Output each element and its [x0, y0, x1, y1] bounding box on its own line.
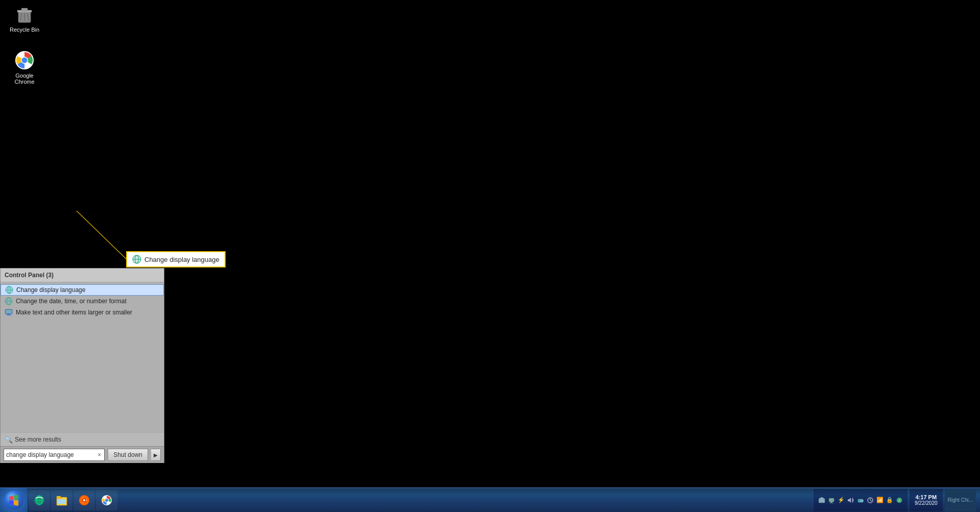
- tray-icon-7[interactable]: 🔒: [886, 496, 894, 504]
- svg-rect-19: [7, 314, 10, 315]
- taskbar-app-ie[interactable]: [29, 490, 50, 510]
- start-menu-panel: Control Panel (3) Change display languag…: [0, 268, 164, 463]
- chrome-taskbar-icon: [101, 494, 113, 506]
- tray-icon-8[interactable]: ✓: [895, 496, 903, 504]
- svg-rect-48: [863, 500, 864, 501]
- svg-text:✓: ✓: [898, 499, 901, 502]
- svg-point-40: [105, 499, 108, 502]
- see-more-results[interactable]: 🔍 See more results: [1, 432, 164, 446]
- recycle-bin-label: Recycle Bin: [10, 27, 39, 33]
- svg-rect-41: [819, 499, 825, 503]
- recycle-bin-icon: [14, 4, 35, 25]
- svg-point-17: [5, 298, 12, 305]
- tray-icon-1[interactable]: [818, 496, 826, 504]
- svg-point-8: [22, 58, 28, 63]
- svg-rect-45: [829, 503, 834, 503]
- taskbar-apps: [28, 488, 118, 512]
- taskbar-app-explorer[interactable]: [51, 490, 72, 510]
- svg-point-37: [83, 499, 85, 501]
- taskbar-right: ⚡: [814, 488, 980, 512]
- start-panel-footer: × Shut down ▶: [1, 446, 164, 463]
- tray-icon-3[interactable]: ⚡: [837, 496, 845, 504]
- svg-rect-20: [6, 315, 11, 315]
- globe-icon-2: [5, 297, 13, 305]
- tray-icon-2[interactable]: [827, 496, 836, 504]
- search-input-container: ×: [4, 449, 105, 461]
- result-item-1-label: Change display language: [16, 286, 85, 294]
- tooltip-change-display-language: Change display language: [126, 251, 226, 267]
- svg-marker-42: [819, 497, 825, 499]
- taskbar-app-media[interactable]: [74, 490, 95, 510]
- result-item-3-label: Make text and other items larger or smal…: [16, 309, 132, 316]
- search-clear-button[interactable]: ×: [96, 451, 102, 458]
- desktop-icon-recycle-bin[interactable]: Recycle Bin: [4, 2, 45, 35]
- right-corner-label[interactable]: Right Chi...: [945, 489, 976, 511]
- google-chrome-icon: [14, 50, 35, 70]
- tooltip-label: Change display language: [144, 256, 219, 263]
- svg-rect-44: [830, 502, 832, 503]
- shutdown-arrow-button[interactable]: ▶: [151, 449, 161, 461]
- taskbar-app-chrome[interactable]: [96, 490, 117, 510]
- svg-marker-46: [848, 498, 851, 503]
- clock[interactable]: 4:17 PM 9/22/2020: [910, 489, 943, 511]
- result-item-make-text-larger[interactable]: Make text and other items larger or smal…: [1, 307, 164, 318]
- result-item-change-display-language[interactable]: Change display language: [1, 284, 164, 296]
- system-tray: ⚡: [814, 489, 908, 511]
- tray-icon-5[interactable]: [866, 496, 874, 504]
- svg-rect-21: [6, 310, 12, 313]
- magnifier-icon: 🔍: [5, 436, 12, 443]
- shutdown-button[interactable]: Shut down: [108, 449, 148, 461]
- explorer-icon: [56, 494, 68, 506]
- windows-logo-icon: [8, 495, 19, 506]
- tray-icon-6[interactable]: 📶: [876, 496, 884, 504]
- start-panel-results: Change display language Change the date,…: [1, 282, 164, 320]
- desktop-icon-google-chrome[interactable]: Google Chrome: [4, 48, 45, 87]
- svg-point-13: [6, 286, 13, 294]
- result-item-2-label: Change the date, time, or number format: [16, 298, 127, 305]
- google-chrome-label: Google Chrome: [6, 72, 43, 85]
- desktop: Recycle Bin Google Chrome Control Panel …: [0, 0, 980, 487]
- media-player-icon: [78, 494, 90, 506]
- svg-rect-2: [21, 8, 28, 11]
- svg-line-52: [870, 500, 872, 501]
- ie-icon: [33, 494, 45, 506]
- tooltip-globe-icon: [132, 255, 141, 264]
- svg-line-25: [77, 211, 127, 259]
- svg-rect-43: [829, 498, 834, 502]
- start-orb: [4, 491, 23, 510]
- see-more-label: See more results: [15, 436, 61, 443]
- svg-rect-49: [859, 500, 860, 502]
- clock-date: 9/22/2020: [915, 500, 938, 506]
- clock-time: 4:17 PM: [915, 494, 937, 500]
- start-button[interactable]: [0, 488, 28, 513]
- globe-icon-1: [5, 286, 13, 294]
- result-item-change-date-time[interactable]: Change the date, time, or number format: [1, 296, 164, 307]
- display-icon: [5, 308, 13, 316]
- start-panel-empty-area: [1, 320, 164, 432]
- svg-rect-33: [58, 499, 66, 504]
- taskbar: ⚡: [0, 487, 980, 512]
- tray-icon-speaker[interactable]: [847, 496, 855, 504]
- start-panel-header: Control Panel (3): [1, 269, 164, 282]
- tray-icon-4[interactable]: [856, 496, 865, 504]
- search-input[interactable]: [6, 451, 96, 458]
